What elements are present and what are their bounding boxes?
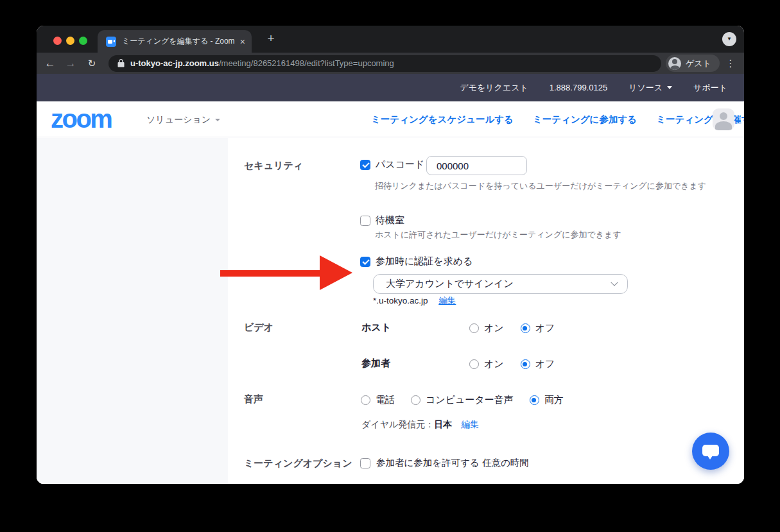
video-host-off-option[interactable]: オフ	[521, 322, 555, 334]
auth-edit-link[interactable]: 編集	[438, 296, 456, 305]
waiting-room-label: 待機室	[376, 214, 404, 227]
radio-checked-icon[interactable]	[530, 395, 539, 405]
radio-icon[interactable]	[469, 323, 479, 333]
on-label: オン	[484, 358, 504, 370]
dial-in-row: ダイヤル発信元： 日本 編集	[361, 419, 479, 431]
video-participant-radios: オン オフ	[469, 358, 555, 370]
chat-fab-button[interactable]	[692, 433, 729, 470]
audio-radios: 電話 コンピューター音声 両方	[361, 394, 564, 406]
off-label: オフ	[535, 322, 555, 334]
waiting-room-description: ホストに許可されたユーザーだけがミーティングに参加できます	[375, 229, 621, 241]
radio-icon[interactable]	[361, 395, 370, 405]
passcode-checkbox[interactable]	[360, 160, 370, 170]
section-label-video: ビデオ	[244, 322, 273, 334]
radio-icon[interactable]	[411, 395, 420, 405]
radio-checked-icon[interactable]	[521, 359, 530, 369]
dial-in-edit-link[interactable]: 編集	[461, 419, 479, 431]
dial-in-country: 日本	[434, 419, 452, 431]
passcode-input[interactable]	[426, 156, 527, 175]
audio-phone-label: 電話	[376, 394, 395, 406]
audio-computer-option[interactable]: コンピューター音声	[411, 394, 514, 406]
off-label: オフ	[535, 358, 555, 370]
section-label-meeting-options: ミーティングオプション	[244, 458, 352, 470]
audio-both-option[interactable]: 両方	[530, 394, 564, 406]
auth-domains-row: *.u-tokyo.ac.jp 編集	[373, 295, 456, 307]
dial-in-prefix: ダイヤル発信元：	[361, 419, 434, 431]
allow-join-checkbox[interactable]	[360, 458, 370, 468]
allow-join-label: 参加者に参加を許可する 任意の時間	[376, 457, 529, 469]
audio-computer-label: コンピューター音声	[426, 394, 514, 406]
chat-bubble-icon	[702, 445, 719, 456]
video-participant-off-option[interactable]: オフ	[521, 358, 555, 370]
annotation-arrow-icon	[320, 255, 352, 290]
section-label-audio: 音声	[244, 393, 263, 406]
meeting-edit-form: セキュリティ パスコード 招待リンクまたはパスコードを持っているユーザーだけがミ…	[37, 26, 744, 484]
video-host-label: ホスト	[361, 322, 391, 334]
radio-icon[interactable]	[469, 359, 479, 369]
auth-method-select[interactable]: 大学アカウントでサインイン	[373, 274, 628, 294]
passcode-row: パスコード	[360, 159, 424, 171]
audio-both-label: 両方	[544, 394, 564, 406]
video-host-radios: オン オフ	[469, 322, 555, 334]
browser-window: ミーティングを編集する - Zoom × + ▼ ← → ↻ u-tokyo-a…	[37, 26, 744, 484]
video-host-on-option[interactable]: オン	[469, 322, 504, 334]
auth-method-value: 大学アカウントでサインイン	[386, 278, 514, 290]
screenshot-stage: ミーティングを編集する - Zoom × + ▼ ← → ↻ u-tokyo-a…	[0, 0, 780, 532]
auth-checkbox[interactable]	[360, 257, 370, 267]
passcode-description: 招待リンクまたはパスコードを持っているユーザーだけがミーティングに参加できます	[375, 180, 706, 192]
allow-join-row: 参加者に参加を許可する 任意の時間	[360, 457, 529, 469]
chevron-down-icon	[611, 279, 618, 286]
video-participant-on-option[interactable]: オン	[469, 358, 504, 370]
audio-phone-option[interactable]: 電話	[361, 394, 395, 406]
annotation-arrow-tail	[220, 270, 321, 277]
on-label: オン	[484, 322, 504, 334]
auth-label: 参加時に認証を求める	[376, 255, 472, 268]
auth-row: 参加時に認証を求める	[360, 255, 472, 268]
passcode-label: パスコード	[376, 159, 424, 171]
radio-checked-icon[interactable]	[521, 323, 530, 333]
waiting-room-checkbox[interactable]	[360, 216, 370, 226]
video-participant-label: 参加者	[361, 357, 390, 370]
auth-domains-value: *.u-tokyo.ac.jp	[373, 296, 428, 305]
waiting-room-row: 待機室	[360, 214, 404, 227]
section-label-security: セキュリティ	[244, 160, 303, 172]
